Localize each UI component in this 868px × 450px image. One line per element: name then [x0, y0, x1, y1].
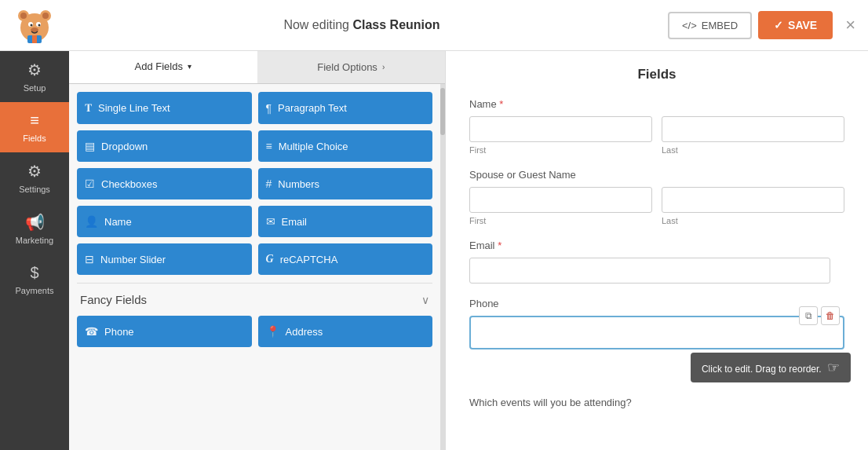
form-title: Fields — [469, 67, 844, 82]
sidebar-item-fields[interactable]: ≡ Fields — [0, 102, 69, 152]
sidebar-label-settings: Settings — [19, 185, 50, 194]
field-btn-checkboxes[interactable]: ☑ Checkboxes — [77, 168, 252, 199]
tab-field-options-label: Field Options — [317, 61, 377, 73]
field-btn-recaptcha-label: reCAPTCHA — [280, 254, 338, 265]
tab-add-fields[interactable]: Add Fields ▾ — [69, 51, 257, 83]
setup-icon: ⚙ — [27, 60, 42, 79]
field-btn-name-label: Name — [104, 216, 132, 228]
fancy-fields-label: Fancy Fields — [80, 293, 147, 306]
svg-rect-11 — [32, 35, 37, 43]
field-btn-name[interactable]: 👤 Name — [77, 206, 252, 237]
field-btn-phone-label: Phone — [104, 326, 134, 338]
copy-field-button[interactable]: ⧉ — [799, 306, 818, 325]
spouse-first-input[interactable] — [469, 187, 652, 213]
field-btn-paragraph-text[interactable]: ¶ Paragraph Text — [258, 92, 433, 124]
form-field-spouse-guest: Spouse or Guest Name First Last — [469, 169, 844, 225]
sidebar-item-marketing[interactable]: 📢 Marketing — [0, 203, 69, 254]
field-btn-recaptcha[interactable]: G reCAPTCHA — [258, 243, 433, 275]
chevron-right-icon: › — [382, 63, 385, 71]
spouse-first-label: First — [469, 216, 652, 225]
spouse-last-col: Last — [662, 187, 844, 225]
form-label-events: Which events will you be attending? — [469, 397, 844, 408]
form-field-phone: Phone ⧉ 🗑 Click to edit. Drag to reorder… — [469, 298, 844, 349]
last-name-col: Last — [662, 116, 844, 155]
number-slider-icon: ⊟ — [85, 253, 94, 265]
check-icon: ✓ — [774, 19, 783, 31]
fancy-fields-header[interactable]: Fancy Fields ∨ — [77, 283, 432, 316]
spouse-last-label: Last — [662, 216, 844, 225]
field-btn-address[interactable]: 📍 Address — [258, 316, 433, 347]
field-btn-paragraph-text-label: Paragraph Text — [278, 102, 347, 114]
address-icon: 📍 — [266, 325, 279, 338]
page-title: Now editing Class Reunion — [56, 18, 668, 32]
sidebar-label-fields: Fields — [23, 134, 46, 143]
form-label-email: Email * — [469, 240, 844, 251]
tab-add-fields-label: Add Fields — [135, 60, 183, 72]
tooltip: Click to edit. Drag to reorder. ☞ — [691, 353, 851, 382]
field-btn-number-slider-label: Number Slider — [100, 254, 166, 265]
phone-input[interactable] — [477, 324, 837, 342]
field-btn-single-line-text[interactable]: 𝐓 Single Line Text — [77, 92, 252, 124]
main-content: ⚙ Setup ≡ Fields ⚙ Settings 📢 Marketing … — [0, 51, 868, 450]
payments-icon: $ — [30, 264, 38, 282]
sidebar-item-payments[interactable]: $ Payments — [0, 254, 69, 305]
field-btn-email-label: Email — [282, 216, 308, 228]
phone-field-wrapper[interactable]: ⧉ 🗑 Click to edit. Drag to reorder. ☞ — [469, 316, 844, 349]
field-btn-numbers[interactable]: # Numbers — [258, 168, 433, 199]
chevron-down-icon: ▾ — [188, 62, 191, 71]
field-btn-single-line-text-label: Single Line Text — [98, 102, 170, 114]
sidebar: ⚙ Setup ≡ Fields ⚙ Settings 📢 Marketing … — [0, 51, 69, 450]
phone-field-actions: ⧉ 🗑 — [799, 306, 840, 325]
first-name-input[interactable] — [469, 116, 652, 142]
field-btn-number-slider[interactable]: ⊟ Number Slider — [77, 243, 252, 275]
form-preview: Fields Name * First Last Spouse or Guest… — [446, 51, 868, 450]
form-field-email: Email * — [469, 240, 844, 284]
numbers-icon: # — [266, 177, 272, 190]
save-button[interactable]: ✓ SAVE — [758, 11, 833, 39]
left-scroll-thumb — [440, 88, 445, 135]
svg-point-4 — [42, 13, 49, 19]
form-label-name: Name * — [469, 98, 844, 110]
left-scrollbar[interactable] — [440, 84, 445, 450]
single-line-text-icon: 𝐓 — [85, 101, 92, 115]
marketing-icon: 📢 — [25, 213, 45, 232]
svg-point-7 — [30, 24, 32, 27]
last-name-input[interactable] — [662, 116, 844, 142]
delete-field-button[interactable]: 🗑 — [821, 306, 840, 325]
field-btn-dropdown[interactable]: ▤ Dropdown — [77, 130, 252, 162]
logo — [13, 4, 56, 47]
settings-icon: ⚙ — [27, 162, 42, 181]
tab-bar: Add Fields ▾ Field Options › — [69, 51, 445, 84]
last-name-sublabel: Last — [662, 145, 844, 155]
header: Now editing Class Reunion </> EMBED ✓ SA… — [0, 0, 868, 51]
sidebar-item-setup[interactable]: ⚙ Setup — [0, 51, 69, 102]
left-panel: Add Fields ▾ Field Options › 𝐓 Single Li… — [69, 51, 446, 450]
sidebar-label-setup: Setup — [24, 83, 46, 93]
email-icon: ✉ — [266, 215, 275, 228]
checkboxes-icon: ☑ — [85, 177, 95, 190]
spouse-last-input[interactable] — [662, 187, 844, 213]
header-actions: </> EMBED ✓ SAVE × — [668, 11, 855, 39]
field-btn-multiple-choice-label: Multiple Choice — [279, 141, 348, 152]
field-btn-checkboxes-label: Checkboxes — [101, 178, 158, 190]
cursor-icon: ☞ — [827, 360, 840, 375]
field-btn-email[interactable]: ✉ Email — [258, 206, 433, 237]
close-button[interactable]: × — [845, 15, 855, 35]
fancy-fields-grid: ☎ Phone 📍 Address — [77, 316, 432, 347]
field-btn-address-label: Address — [286, 326, 323, 338]
field-btn-phone[interactable]: ☎ Phone — [77, 316, 252, 347]
field-btn-multiple-choice[interactable]: ≡ Multiple Choice — [258, 130, 433, 162]
email-input[interactable] — [469, 258, 830, 284]
fancy-fields-chevron-icon: ∨ — [421, 294, 429, 306]
field-btn-dropdown-label: Dropdown — [101, 141, 148, 152]
fields-grid-container: 𝐓 Single Line Text ¶ Paragraph Text ▤ Dr… — [69, 84, 440, 450]
embed-button[interactable]: </> EMBED — [668, 12, 752, 39]
field-btn-numbers-label: Numbers — [278, 178, 319, 190]
tab-field-options[interactable]: Field Options › — [257, 51, 446, 83]
embed-code-icon: </> — [682, 20, 697, 31]
phone-icon: ☎ — [85, 325, 98, 338]
sidebar-label-marketing: Marketing — [16, 236, 53, 245]
form-label-phone: Phone — [469, 298, 844, 309]
sidebar-item-settings[interactable]: ⚙ Settings — [0, 152, 69, 203]
fields-grid: 𝐓 Single Line Text ¶ Paragraph Text ▤ Dr… — [77, 92, 432, 275]
